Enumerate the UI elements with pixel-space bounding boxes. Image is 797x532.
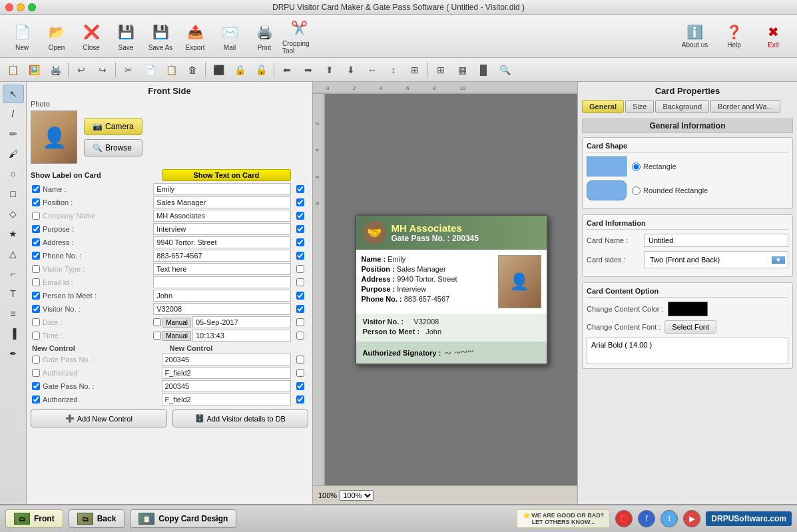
tb2-zoom-icon[interactable]: 🔍 [495, 61, 515, 79]
tab-background[interactable]: Background [655, 100, 709, 113]
social-fb-btn[interactable]: f [638, 510, 655, 527]
field-value-phone[interactable] [153, 250, 291, 262]
tb2-barcode-icon[interactable]: ▐▌ [473, 61, 493, 79]
field-value-purpose[interactable] [153, 223, 291, 235]
field-value-position[interactable] [153, 196, 291, 208]
field-value-person[interactable] [153, 290, 291, 302]
tb2-paste-icon[interactable]: 📋 [161, 61, 181, 79]
line-tool[interactable]: / [3, 105, 24, 123]
diamond-tool[interactable]: ◇ [3, 204, 24, 223]
extra-value-auth1[interactable] [162, 367, 292, 379]
show-text-button[interactable]: Show Text on Card [162, 169, 292, 181]
circle-tool[interactable]: ○ [3, 164, 24, 183]
star-tool[interactable]: ★ [3, 224, 24, 243]
time-manual-check[interactable] [153, 332, 161, 340]
open-button[interactable]: 📂 Open [40, 18, 73, 55]
social-rss-btn[interactable]: ⭕ [615, 510, 633, 527]
close-button[interactable]: ❌ Close [75, 18, 108, 55]
print-button[interactable]: 🖨️ Print [248, 18, 281, 55]
cropping-tool-button[interactable]: ✂️ Cropping Tool [282, 18, 316, 55]
date-manual-check[interactable] [153, 318, 161, 326]
list-tool[interactable]: ≡ [3, 304, 24, 323]
tb2-clipboard-icon[interactable]: 📋 [3, 61, 23, 79]
field-value-company[interactable] [153, 210, 291, 222]
social-tw-btn[interactable]: t [661, 510, 678, 527]
add-visitor-db-button[interactable]: 🗄️ Add Visitor details to DB [172, 409, 309, 427]
tb2-distribute-icon[interactable]: ⊞ [405, 61, 425, 79]
svg-text:6: 6 [406, 85, 409, 91]
field-value-address[interactable] [153, 236, 291, 248]
tb2-redo-icon[interactable]: ↪ [93, 61, 113, 79]
select-font-button[interactable]: Select Font [664, 320, 716, 334]
field-value-name[interactable] [153, 183, 291, 195]
extra-value-gatepass2[interactable] [162, 380, 292, 392]
zoom-select[interactable]: 100% 75% 125% 150% [340, 490, 374, 501]
crop-tool[interactable]: ⌐ [3, 264, 24, 283]
copy-card-button[interactable]: 📋 Copy Card Design [130, 509, 236, 528]
triangle-tool[interactable]: △ [3, 244, 24, 263]
sep4 [274, 63, 274, 77]
brush-tool[interactable]: 🖌 [3, 144, 24, 163]
canvas-background[interactable]: 🤝 MH Associates Gate Pass No. : 200345 N… [325, 94, 577, 485]
tb2-align-top-icon[interactable]: ⬆ [320, 61, 340, 79]
close-window-btn[interactable] [5, 3, 13, 11]
tab-general[interactable]: General [582, 100, 624, 113]
tb2-align-left-icon[interactable]: ⬅ [277, 61, 297, 79]
tb2-copy-icon[interactable]: 📄 [140, 61, 160, 79]
select-tool[interactable]: ↖ [3, 85, 24, 103]
social-yt-btn[interactable]: ▶ [683, 510, 700, 527]
id-card-preview[interactable]: 🤝 MH Associates Gate Pass No. : 200345 N… [355, 214, 548, 365]
tb2-delete-icon[interactable]: 🗑 [182, 61, 202, 79]
browse-button[interactable]: 🔍 Browse [84, 139, 142, 156]
tab-border[interactable]: Border and Wa... [710, 100, 780, 113]
text-tool[interactable]: T [3, 284, 24, 303]
save-as-icon: 💾 [150, 21, 171, 43]
tb2-align-bottom-icon[interactable]: ⬇ [341, 61, 361, 79]
field-value-email[interactable] [153, 276, 291, 288]
feedback-banner[interactable]: ⭐ WE ARE GOOD OR BAD? LET OTHERS KNOW... [517, 509, 611, 528]
tb2-table-icon[interactable]: ▦ [452, 61, 472, 79]
about-button[interactable]: ℹ️ About us [676, 18, 713, 55]
add-new-control-button[interactable]: ➕ Add New Control [31, 409, 167, 427]
tb2-center-v-icon[interactable]: ↕ [384, 61, 403, 79]
maximize-window-btn[interactable] [28, 3, 36, 11]
barcode-tool[interactable]: ▐ [3, 324, 24, 343]
tb2-image-icon[interactable]: 🖼️ [24, 61, 44, 79]
exit-button[interactable]: ✖ Exit [755, 18, 792, 55]
rounded-label[interactable]: Rounded Rectangle [632, 186, 708, 195]
tb2-undo-icon[interactable]: ↩ [71, 61, 91, 79]
tb2-group-icon[interactable]: ⬛ [208, 61, 228, 79]
save-as-button[interactable]: 💾 Save As [144, 18, 177, 55]
signature-tool[interactable]: ✒ [3, 344, 24, 363]
field-value-date[interactable] [192, 316, 291, 328]
card-name-input[interactable] [644, 234, 788, 247]
back-button[interactable]: 🗂 Back [69, 509, 125, 528]
color-picker[interactable] [668, 302, 708, 316]
front-button[interactable]: 🗂 Front [5, 509, 63, 528]
tb2-grid-icon[interactable]: ⊞ [431, 61, 451, 79]
card-sides-select[interactable]: Two (Front and Back) ▼ [644, 251, 788, 268]
save-button[interactable]: 💾 Save [109, 18, 142, 55]
camera-button[interactable]: 📷 Camera [84, 118, 142, 135]
card-visitor-no-row: Visitor No. : V32008 [363, 318, 540, 326]
mail-button[interactable]: ✉️ Mail [213, 18, 246, 55]
tb2-center-h-icon[interactable]: ↔ [362, 61, 382, 79]
extra-value-gatepass1[interactable] [162, 354, 292, 366]
field-value-visitor-type[interactable] [153, 263, 291, 275]
field-value-time[interactable] [192, 330, 291, 342]
tb2-lock1-icon[interactable]: 🔒 [230, 61, 250, 79]
tb2-lock2-icon[interactable]: 🔓 [251, 61, 271, 79]
field-value-visitor-no[interactable] [153, 303, 291, 315]
tb2-cut-icon[interactable]: ✂ [119, 61, 138, 79]
tb2-align-right-icon[interactable]: ➡ [298, 61, 318, 79]
pencil-tool[interactable]: ✏ [3, 125, 24, 143]
tb2-print2-icon[interactable]: 🖨️ [45, 61, 65, 79]
rectangle-label[interactable]: Rectangle [632, 162, 676, 171]
extra-value-auth2[interactable] [162, 394, 292, 405]
minimize-window-btn[interactable] [17, 3, 25, 11]
tab-size[interactable]: Size [625, 100, 654, 113]
new-button[interactable]: 📄 New [5, 18, 39, 55]
help-button[interactable]: ❓ Help [716, 18, 752, 55]
export-button[interactable]: 📤 Export [178, 18, 212, 55]
rect-tool[interactable]: □ [3, 184, 24, 203]
